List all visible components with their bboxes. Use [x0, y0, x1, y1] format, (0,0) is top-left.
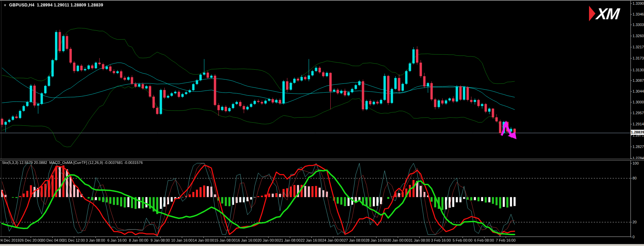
- time-axis-label: 6 Jan 16:00: [107, 238, 127, 242]
- time-tick: [203, 237, 204, 238]
- indicator-values-label: Sto(5,3,3) 12.5579 20.0882 MACD_OsMA [Cu…: [2, 161, 143, 165]
- ohlc-values-label: 1.28994 1.29011 1.28809 1.28839: [37, 3, 103, 7]
- time-tick: [9, 237, 9, 238]
- time-tick: [182, 237, 182, 238]
- time-axis-label: 27 Jan 08:00: [344, 238, 365, 242]
- time-tick: [139, 237, 139, 238]
- indicator-level-tick: [631, 178, 632, 178]
- time-axis-label: 24 Jan 00:00: [322, 238, 344, 242]
- time-tick: [31, 237, 31, 238]
- time-tick: [376, 237, 376, 238]
- time-tick: [247, 237, 247, 238]
- time-axis-label: 6 Feb 08:00: [474, 238, 494, 242]
- time-axis-label: 3 Feb 16:00: [431, 238, 451, 242]
- main-price-chart-canvas[interactable]: [0, 1, 631, 159]
- time-axis-label: 30 Dec 04:00: [41, 238, 63, 242]
- symbol-period-label: GBPUSD,H4: [9, 3, 34, 7]
- current-price-tag: 1.28839: [631, 130, 644, 135]
- time-tick: [419, 237, 420, 238]
- indicator-level-label: 20: [633, 220, 637, 224]
- time-tick: [311, 237, 312, 238]
- indicator-level-label: 80: [633, 176, 637, 180]
- time-axis[interactable]: 24 Dec 201926 Dec 20:0030 Dec 04:0031 De…: [0, 237, 644, 244]
- time-axis-label: 20 Jan 00:00: [257, 238, 279, 242]
- chart-left-edge-line: [1, 1, 1, 237]
- time-tick: [225, 237, 225, 238]
- time-tick: [74, 237, 74, 238]
- chart-window: ▼GBPUSD,H4 1.28994 1.29011 1.28809 1.288…: [0, 0, 644, 246]
- time-axis-label: 26 Dec 20:00: [20, 238, 41, 242]
- time-axis-label: 24 Dec 2019: [0, 238, 20, 242]
- time-axis-label: 31 Dec 12:00: [63, 238, 85, 242]
- time-tick: [290, 237, 290, 238]
- time-axis-label: 30 Jan 00:00: [387, 238, 409, 242]
- chevron-down-icon[interactable]: ▼: [3, 3, 7, 7]
- time-tick: [117, 237, 117, 238]
- time-axis-label: 21 Jan 08:00: [279, 238, 301, 242]
- time-axis-label: 9 Jan 08:00: [150, 238, 170, 242]
- time-axis-label: 5 Feb 00:00: [453, 238, 473, 242]
- time-tick: [463, 237, 463, 238]
- time-axis-label: 15 Jan 08:00: [214, 238, 236, 242]
- indicator-subwindow-canvas[interactable]: [0, 160, 631, 237]
- xm-logo-text: XM: [596, 6, 620, 22]
- time-tick: [160, 237, 161, 238]
- window-bottom-edge: [0, 244, 644, 246]
- time-axis-label: 14 Jan 00:00: [193, 238, 214, 242]
- time-tick: [52, 237, 53, 238]
- time-axis-label: 22 Jan 16:00: [301, 238, 322, 242]
- indicator-level-tick: [631, 163, 632, 164]
- xm-logo: XM: [588, 5, 619, 22]
- time-tick: [484, 237, 484, 238]
- time-tick: [95, 237, 96, 238]
- time-axis-label: 31 Jan 08:00: [409, 238, 430, 242]
- indicator-axis[interactable]: 10080200: [631, 1, 644, 237]
- time-tick: [355, 237, 355, 238]
- time-axis-label: 3 Jan 08:00: [86, 238, 105, 242]
- chart-title: ▼GBPUSD,H4 1.28994 1.29011 1.28809 1.288…: [3, 3, 103, 7]
- indicator-level-label: 100: [633, 161, 639, 165]
- time-axis-label: 16 Jan 16:00: [236, 238, 257, 242]
- time-tick: [441, 237, 441, 238]
- time-tick: [268, 237, 269, 238]
- xm-logo-triangle-icon: [588, 5, 596, 22]
- time-tick: [333, 237, 333, 238]
- time-tick: [506, 237, 506, 238]
- time-axis-label: 7 Feb 16:00: [496, 238, 516, 242]
- time-axis-label: 8 Jan 00:00: [129, 238, 148, 242]
- time-axis-label: 28 Jan 16:00: [365, 238, 387, 242]
- indicator-level-tick: [631, 222, 632, 222]
- time-axis-label: 10 Jan 16:00: [171, 238, 193, 242]
- time-tick: [398, 237, 398, 238]
